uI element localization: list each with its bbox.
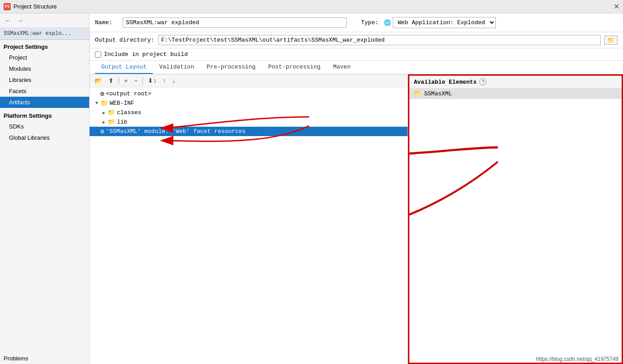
web-app-icon: 🌐 — [384, 19, 391, 26]
tree-label-classes: classes — [117, 109, 142, 116]
tree-arrow-lib: ▶ — [100, 120, 107, 125]
output-dir-input[interactable] — [158, 35, 601, 45]
type-value: 🌐 Web Application: Exploded — [384, 17, 496, 28]
name-label: Name: — [95, 19, 117, 26]
tree-separator-2 — [142, 77, 143, 84]
tree-node-output-root[interactable]: ⚙ <output root> — [90, 89, 408, 98]
tree-toolbar: 📂 ⬆ + − ⬇↕ ↑ ↓ — [90, 74, 408, 87]
tree-icon-lib: 📁 — [107, 118, 115, 126]
include-checkbox[interactable] — [95, 51, 101, 58]
tree-node-classes[interactable]: ▶ 📁 classes — [90, 108, 408, 117]
tree-label-facet-resources: 'SSMasXML' module: 'Web' facet resources — [106, 128, 245, 135]
title-bar-left: PS Project Structure — [4, 3, 57, 10]
tree-arrow-classes: ▶ — [100, 110, 107, 116]
sidebar-item-libraries[interactable]: Libraries — [0, 74, 89, 86]
tree-move-down-btn[interactable]: ↓ — [170, 76, 177, 85]
tree-icon-classes: 📁 — [107, 109, 115, 116]
avail-label-ssmasxml: SSMasXML — [424, 90, 452, 97]
platform-settings-header: Platform Settings — [0, 108, 89, 121]
sidebar-item-sdks[interactable]: SDKs — [0, 121, 89, 132]
sidebar-item-modules[interactable]: Modules — [0, 63, 89, 74]
left-sidebar: ← → SSMasXML:war explo... Project Settin… — [0, 13, 90, 364]
nav-forward-button[interactable]: → — [15, 16, 25, 25]
available-content: 📁 SSMasXML — [409, 89, 622, 363]
tree-node-web-inf[interactable]: ▼ 📁 WEB-INF — [90, 98, 408, 108]
nav-back-button[interactable]: ← — [3, 16, 13, 25]
nav-toolbar: ← → — [0, 13, 89, 28]
tree-add-btn[interactable]: + — [122, 76, 130, 85]
tree-icon-web-inf: 📁 — [100, 99, 108, 107]
available-panel: Available Elements ? 📁 SSMasXML — [408, 74, 623, 364]
sidebar-item-problems[interactable]: Problems — [0, 351, 89, 364]
content-panel: 📂 ⬆ + − ⬇↕ ↑ ↓ ⚙ — [90, 74, 623, 364]
tree-icon-output-root: ⚙ — [100, 90, 104, 98]
tree-label-lib: lib — [117, 119, 127, 125]
tab-maven[interactable]: Maven — [327, 61, 357, 74]
tree-move-up-btn[interactable]: ↑ — [160, 76, 168, 85]
sidebar-item-global-libraries[interactable]: Global Libraries — [0, 132, 89, 143]
tree-node-facet-resources[interactable]: ⚙ 'SSMasXML' module: 'Web' facet resourc… — [90, 127, 408, 136]
tabs-row: Output Layout Validation Pre-processing … — [90, 61, 623, 74]
available-header: Available Elements ? — [409, 76, 622, 89]
output-dir-label: Output directory: — [95, 37, 155, 43]
include-row: Include in project build — [90, 48, 623, 61]
type-label: Type: — [361, 19, 378, 26]
include-label: Include in project build — [104, 51, 188, 58]
tab-output-layout[interactable]: Output Layout — [95, 61, 153, 74]
app-icon: PS — [4, 3, 11, 10]
tree-label-web-inf: WEB-INF — [110, 100, 134, 107]
tree-remove-btn[interactable]: − — [132, 76, 140, 85]
title-bar: PS Project Structure ✕ — [0, 0, 623, 13]
tree-panel: 📂 ⬆ + − ⬇↕ ↑ ↓ ⚙ — [90, 74, 408, 364]
tree-up-btn[interactable]: ⬆ — [106, 76, 116, 85]
window-title: Project Structure — [13, 3, 57, 10]
avail-item-ssmasxml[interactable]: 📁 SSMasXML — [409, 89, 622, 99]
help-icon[interactable]: ? — [479, 78, 486, 86]
tab-pre-processing[interactable]: Pre-processing — [200, 61, 262, 74]
tree-icon-facet-resources: ⚙ — [100, 128, 104, 135]
output-dir-row: Output directory: 📁 — [90, 32, 623, 48]
available-title: Available Elements — [414, 79, 477, 86]
tree-arrow-web-inf: ▼ — [93, 101, 100, 106]
bottom-url-bar: https://blog.csdn.net/qq_41975749 — [532, 354, 623, 364]
project-settings-header: Project Settings — [0, 40, 89, 52]
right-content: Name: Type: 🌐 Web Application: Exploded … — [90, 13, 623, 364]
folder-browse-button[interactable]: 📁 — [604, 35, 618, 45]
main-layout: ← → SSMasXML:war explo... Project Settin… — [0, 13, 623, 364]
artifact-tab[interactable]: SSMasXML:war explo... — [0, 28, 89, 40]
tree-node-lib[interactable]: ▶ 📁 lib — [90, 117, 408, 127]
tree-content: ⚙ <output root> ▼ 📁 WEB-INF ▶ 📁 — [90, 87, 408, 364]
name-type-row: Name: Type: 🌐 Web Application: Exploded — [90, 13, 623, 32]
name-input[interactable] — [123, 17, 347, 28]
tree-separator-1 — [119, 77, 119, 84]
close-button[interactable]: ✕ — [614, 3, 619, 10]
tree-folder-btn[interactable]: 📂 — [92, 76, 104, 85]
sidebar-item-facets[interactable]: Facets — [0, 86, 89, 97]
tab-post-processing[interactable]: Post-processing — [262, 61, 327, 74]
tab-validation[interactable]: Validation — [153, 61, 200, 74]
avail-folder-icon: 📁 — [414, 90, 421, 98]
sidebar-item-project[interactable]: Project — [0, 52, 89, 63]
tree-sort-btn[interactable]: ⬇↕ — [146, 76, 159, 85]
sidebar-item-artifacts[interactable]: Artifacts — [0, 97, 89, 108]
type-dropdown[interactable]: Web Application: Exploded — [393, 17, 496, 28]
tree-label-output-root: <output root> — [106, 90, 151, 97]
